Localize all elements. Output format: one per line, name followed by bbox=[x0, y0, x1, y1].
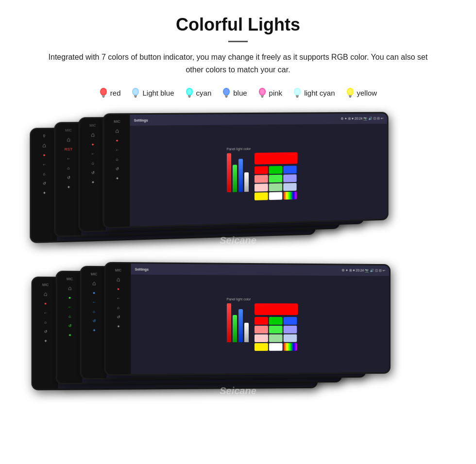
bcell-0 bbox=[254, 317, 268, 325]
grid-cell-8 bbox=[283, 183, 296, 191]
nav3-icon: ⌂ bbox=[89, 160, 97, 167]
color-bars-group bbox=[226, 153, 248, 192]
color-grid-b bbox=[254, 317, 297, 351]
svg-rect-11 bbox=[188, 97, 190, 98]
svg-point-5 bbox=[133, 89, 138, 95]
bcell-4 bbox=[269, 326, 282, 333]
bar-blue-b bbox=[238, 309, 242, 342]
backb1-icon: ← bbox=[42, 309, 49, 316]
color-item-lightcyan: light cyan bbox=[293, 86, 335, 99]
backb3-icon: ← bbox=[90, 298, 97, 305]
bcell-6 bbox=[254, 334, 268, 342]
home3-icon: ⌂ bbox=[89, 131, 97, 138]
svg-rect-3 bbox=[102, 97, 104, 98]
home2-icon: ⌂ bbox=[65, 136, 72, 143]
grid-cell-6 bbox=[254, 183, 268, 192]
undo3-icon: ↺ bbox=[89, 169, 97, 177]
homeb2-icon: ⌂ bbox=[66, 285, 73, 292]
svg-rect-7 bbox=[135, 97, 136, 98]
home-icon: ⌂ bbox=[41, 142, 48, 149]
top-device-stack: 🎙 ⌂ ● ← ⌂ ↺ ✦ ← MIC bbox=[19, 113, 457, 253]
bar-green-b bbox=[232, 315, 237, 342]
color-item-yellow: yellow bbox=[346, 86, 377, 99]
settings-title-b: Settings bbox=[135, 267, 149, 271]
backb2-icon: ← bbox=[66, 303, 73, 310]
pink-bulb-icon bbox=[258, 86, 267, 99]
grid-cell-0 bbox=[254, 166, 268, 174]
navbf-icon: ⌂ bbox=[115, 304, 121, 311]
mic3-icon: MIC bbox=[89, 122, 97, 129]
description-text: Integrated with 7 colors of button indic… bbox=[39, 51, 437, 76]
back-icon: ← bbox=[41, 161, 48, 168]
color-label-lightcyan: light cyan bbox=[304, 89, 335, 97]
device-front-top: MIC ⌂ ● ← ⌂ ↺ ✦ Settings ⚙ ✦ ⊞ ♥ 20:24 📷… bbox=[102, 112, 388, 229]
color-label-red: red bbox=[110, 89, 121, 97]
page-title: Colorful Lights bbox=[19, 15, 457, 35]
panel-light-section-b: Panel light color bbox=[226, 298, 297, 351]
setbf-icon: ✦ bbox=[115, 323, 121, 330]
undob1-icon: ↺ bbox=[42, 328, 49, 335]
bar-white-b bbox=[244, 323, 249, 342]
color-item-blue: blue bbox=[222, 86, 247, 99]
micf-icon: MIC bbox=[114, 118, 121, 125]
rstb1-icon: ● bbox=[42, 300, 49, 307]
sidebar-b1: MIC ⌂ ● ← ⌂ ↺ ✦ bbox=[33, 278, 58, 389]
svg-point-21 bbox=[295, 89, 300, 95]
settings-icon-s: ✦ bbox=[41, 189, 48, 197]
navb1-icon: ⌂ bbox=[42, 319, 49, 326]
svg-point-9 bbox=[187, 89, 192, 95]
color-label-yellow: yellow bbox=[357, 89, 377, 97]
bcell-9 bbox=[254, 343, 268, 351]
grid-cell-10 bbox=[269, 192, 282, 200]
yellow-bulb-icon bbox=[346, 86, 355, 99]
color-label-cyan: cyan bbox=[196, 89, 212, 97]
undob3-icon: ↺ bbox=[90, 317, 97, 324]
bcell-2 bbox=[283, 317, 297, 325]
backf-icon: ← bbox=[114, 146, 121, 153]
sidebar-3: MIC ⌂ ● ← ⌂ ↺ ✦ bbox=[80, 118, 106, 231]
bar-green bbox=[232, 165, 237, 192]
back2-icon: ← bbox=[65, 155, 72, 162]
color-item-cyan: cyan bbox=[185, 86, 212, 99]
homeb3-icon: ⌂ bbox=[90, 280, 97, 287]
sidebar-front: MIC ⌂ ● ← ⌂ ↺ ✦ bbox=[104, 115, 130, 227]
content-front: Panel light color bbox=[130, 124, 387, 227]
bcell-5 bbox=[283, 326, 297, 333]
bottom-device-stack: MIC ⌂ ● ← ⌂ ↺ ✦ ← MI bbox=[19, 263, 457, 404]
grid-cell-11 bbox=[283, 192, 296, 200]
bcell-8 bbox=[283, 334, 297, 342]
main-area-front: Settings ⚙ ✦ ⊞ ♥ 20:24 📷 🔊 ⊡ ⊟ ↩ Panel l… bbox=[130, 114, 387, 227]
svg-rect-19 bbox=[261, 97, 263, 98]
color-item-red: red bbox=[99, 86, 121, 99]
navb3-icon: ⌂ bbox=[90, 308, 97, 315]
micb1-icon: MIC bbox=[42, 281, 49, 288]
sidebar-bf: MIC ⌂ ● ← ⌂ ↺ ✦ bbox=[106, 264, 131, 374]
rst-icon: RST bbox=[65, 146, 72, 153]
mic2-icon: MIC bbox=[65, 127, 72, 134]
grid-cell-9 bbox=[254, 192, 268, 200]
setb1-icon: ✦ bbox=[42, 337, 49, 344]
undo2-icon: ↺ bbox=[65, 174, 72, 182]
svg-rect-22 bbox=[296, 95, 299, 97]
svg-point-1 bbox=[101, 89, 106, 95]
selected-color-b bbox=[254, 303, 297, 315]
nav2-icon: ⌂ bbox=[65, 165, 72, 172]
color-grid bbox=[254, 166, 297, 200]
micb3-icon: MIC bbox=[90, 270, 97, 277]
settings-title: Settings bbox=[134, 118, 148, 122]
svg-rect-2 bbox=[102, 95, 105, 97]
powb2-icon: ● bbox=[66, 294, 73, 301]
color-item-lightblue: Light blue bbox=[131, 86, 174, 99]
homebf-icon: ⌂ bbox=[115, 276, 121, 283]
svg-rect-27 bbox=[349, 97, 351, 98]
svg-point-25 bbox=[348, 89, 353, 95]
blue-bulb-icon bbox=[222, 86, 231, 99]
bcell-11 bbox=[283, 343, 297, 351]
panel-label: Panel light color bbox=[226, 147, 297, 151]
setb3-icon: ✦ bbox=[90, 327, 97, 333]
bcell-1 bbox=[269, 317, 282, 325]
color-label-pink: pink bbox=[269, 89, 283, 97]
color-indicators: red Light blue cyan bbox=[19, 86, 457, 99]
device-front-bottom: MIC ⌂ ● ← ⌂ ↺ ✦ Settings ⚙ ✦ ⊞ ♥ 20:24 📷… bbox=[104, 262, 391, 376]
bcell-10 bbox=[269, 343, 282, 351]
